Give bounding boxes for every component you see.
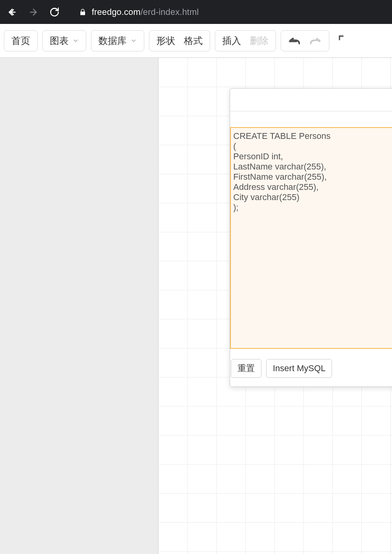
- chevron-down-icon: [73, 38, 79, 44]
- left-sidebar[interactable]: [0, 58, 158, 554]
- shape-format-group: 形状 格式: [149, 30, 210, 51]
- insert-mysql-button[interactable]: Insert MySQL: [266, 359, 332, 378]
- sql-textarea[interactable]: [230, 127, 392, 349]
- back-icon[interactable]: [7, 7, 17, 17]
- workspace: 重置 Insert MySQL: [0, 58, 392, 554]
- sql-popup: 重置 Insert MySQL: [230, 88, 392, 387]
- shape-button[interactable]: 形状: [156, 35, 175, 47]
- home-label: 首页: [11, 35, 30, 47]
- database-dropdown[interactable]: 数据库: [91, 30, 144, 51]
- fullscreen-button[interactable]: [337, 34, 351, 48]
- reload-icon[interactable]: [49, 7, 60, 17]
- address-bar[interactable]: freedgo.com/erd-index.html: [79, 7, 199, 17]
- format-button[interactable]: 格式: [184, 35, 203, 47]
- canvas[interactable]: 重置 Insert MySQL: [158, 58, 392, 554]
- browser-nav: [7, 7, 60, 17]
- app-toolbar: 首页 图表 数据库 形状 格式 插入 删除: [0, 24, 392, 58]
- chart-label: 图表: [50, 35, 69, 47]
- url-domain: freedgo.com: [92, 7, 141, 17]
- browser-bar: freedgo.com/erd-index.html: [0, 0, 392, 24]
- delete-button: 删除: [250, 35, 269, 47]
- home-button[interactable]: 首页: [4, 30, 38, 51]
- undo-redo-group: [281, 30, 329, 51]
- popup-body: 重置 Insert MySQL: [230, 111, 392, 386]
- redo-icon[interactable]: [309, 36, 322, 46]
- chart-dropdown[interactable]: 图表: [42, 30, 86, 51]
- forward-icon[interactable]: [28, 7, 38, 17]
- url-path: /erd-index.html: [141, 7, 199, 17]
- insert-delete-group: 插入 删除: [215, 30, 276, 51]
- reset-button[interactable]: 重置: [231, 359, 261, 378]
- insert-button[interactable]: 插入: [222, 35, 241, 47]
- undo-icon[interactable]: [288, 36, 301, 46]
- url-text: freedgo.com/erd-index.html: [92, 7, 199, 17]
- popup-header: [230, 89, 392, 111]
- lock-icon: [79, 8, 86, 16]
- chevron-down-icon: [131, 38, 137, 44]
- popup-buttons: 重置 Insert MySQL: [230, 350, 392, 386]
- database-label: 数据库: [98, 35, 127, 47]
